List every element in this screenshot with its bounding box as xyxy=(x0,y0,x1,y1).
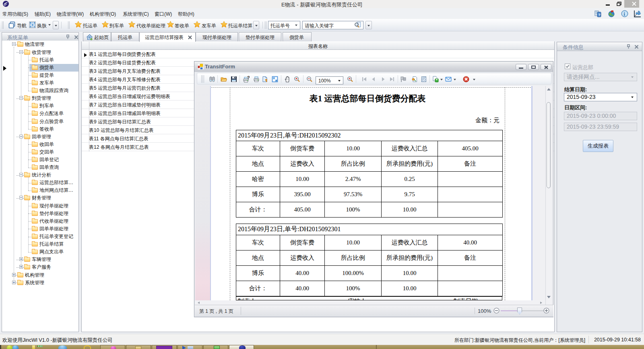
svg-text:?: ? xyxy=(598,12,601,17)
